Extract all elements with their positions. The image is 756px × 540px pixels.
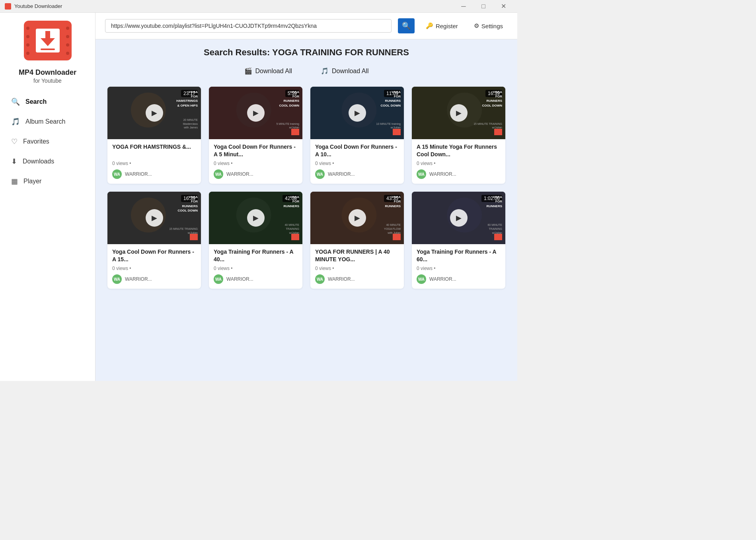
video-card[interactable]: ▶ 16:39 YOGA FOR RUNNERS COOL DOWN 15 MI…: [412, 87, 505, 184]
settings-button[interactable]: ⚙ Settings: [469, 20, 508, 32]
sidebar-item-search[interactable]: 🔍 Search: [0, 92, 95, 112]
sidebar-label-favorites: Favorites: [23, 138, 49, 145]
minimize-button[interactable]: ─: [454, 0, 473, 13]
play-button[interactable]: ▶: [349, 104, 366, 122]
topbar: https://www.youtube.com/playlist?list=PL…: [95, 13, 517, 39]
thumbnail: ▶ 1:02:06 YOGA FOR RUNNERS 60 MINUTE TRA…: [412, 192, 505, 244]
channel-avatar: WA: [214, 169, 223, 179]
sidebar-item-player[interactable]: ▦ Player: [0, 171, 95, 191]
video-card[interactable]: ▶ 43:35 YOGA FOR RUNNERS 40 MINUTE YOGA …: [310, 192, 404, 289]
play-button[interactable]: ▶: [247, 104, 265, 122]
card-channel: WA WARRIOR...: [112, 169, 196, 179]
download-icon: ⬇: [11, 157, 17, 166]
settings-label: Settings: [481, 23, 503, 29]
logo-dot: [26, 27, 29, 30]
logo-dot: [66, 27, 69, 30]
card-info: YOGA FOR HAMSTRINGS &... 0 views • WA WA…: [107, 139, 201, 184]
play-button[interactable]: ▶: [146, 209, 163, 227]
logo-bar: [41, 49, 55, 50]
card-title: Yoga Cool Down For Runners - A 5 Minut..…: [214, 143, 298, 158]
channel-name: WARRIOR...: [328, 171, 355, 177]
card-views: 0 views •: [315, 266, 399, 271]
card-views: 0 views •: [417, 161, 501, 166]
sidebar-label-player: Player: [23, 178, 41, 185]
card-channel: WA WARRIOR...: [417, 274, 501, 284]
videos-grid: ▶ 23:17 YOGA FOR HAMSTRINGS & OPEN HIPS …: [107, 87, 505, 289]
channel-name: WARRIOR...: [429, 171, 456, 177]
channel-avatar: WA: [112, 169, 122, 179]
sidebar-item-downloads[interactable]: ⬇ Downloads: [0, 152, 95, 171]
download-all-audio-button[interactable]: 🎵 Download All: [314, 65, 375, 77]
titlebar-left: Youtube Downloader: [5, 3, 62, 10]
video-card[interactable]: ▶ 5:59 YOGA FOR RUNNERS COOL DOWN 5 MINU…: [209, 87, 302, 184]
channel-avatar: WA: [315, 169, 325, 179]
download-all-bar: 🎬 Download All 🎵 Download All: [107, 65, 505, 77]
video-icon: 🎬: [244, 67, 252, 75]
yoga-text-overlay: YOGA FOR HAMSTRINGS & OPEN HIPS: [176, 90, 198, 108]
titlebar: Youtube Downloader ─ □ ✕: [0, 0, 517, 13]
logo-dots-left: [26, 21, 29, 60]
logo-dot: [26, 35, 29, 38]
thumbnail: ▶ 23:17 YOGA FOR HAMSTRINGS & OPEN HIPS …: [107, 87, 201, 139]
channel-avatar: WA: [112, 274, 122, 284]
logo-dot: [66, 52, 69, 55]
card-title: A 15 Minute Yoga For Runners Cool Down..…: [417, 143, 501, 158]
register-button[interactable]: 🔑 Register: [421, 20, 463, 32]
play-button[interactable]: ▶: [450, 209, 468, 227]
yoga-text-overlay: YOGA FOR RUNNERS: [385, 195, 401, 208]
card-views: 0 views •: [417, 266, 501, 271]
red-box: [291, 234, 299, 240]
yoga-subtext-overlay: 40 MINUTE TRAINING w/Julian: [284, 223, 299, 235]
sidebar-label-downloads: Downloads: [23, 158, 54, 165]
video-card[interactable]: ▶ 23:17 YOGA FOR HAMSTRINGS & OPEN HIPS …: [107, 87, 201, 184]
logo-dot: [66, 35, 69, 38]
download-all-video-button[interactable]: 🎬 Download All: [238, 65, 299, 77]
video-card[interactable]: ▶ 1:02:06 YOGA FOR RUNNERS 60 MINUTE TRA…: [412, 192, 505, 289]
card-title: Yoga Training For Runners - A 60...: [417, 248, 501, 263]
close-button[interactable]: ✕: [494, 0, 512, 13]
video-card[interactable]: ▶ 16:39 YOGA FOR RUNNERS COOL DOWN 15 MI…: [107, 192, 201, 289]
card-channel: WA WARRIOR...: [315, 274, 399, 284]
card-views: 0 views •: [214, 266, 298, 271]
channel-name: WARRIOR...: [328, 276, 355, 282]
yoga-text-overlay: YOGA FOR RUNNERS COOL DOWN: [380, 90, 401, 108]
download-all-audio-label: Download All: [332, 68, 369, 75]
card-title: YOGA FOR HAMSTRINGS &...: [112, 143, 196, 158]
titlebar-controls: ─ □ ✕: [454, 0, 512, 13]
card-info: Yoga Cool Down For Runners - A 10... 0 v…: [310, 139, 404, 184]
sidebar-item-favorites[interactable]: ♡ Favorites: [0, 132, 95, 152]
play-button[interactable]: ▶: [450, 104, 468, 122]
play-button[interactable]: ▶: [349, 209, 366, 227]
red-box: [393, 234, 401, 240]
app-title: Youtube Downloader: [14, 3, 62, 9]
sidebar-app-subtitle: for Youtube: [33, 78, 62, 84]
card-channel: WA WARRIOR...: [214, 169, 298, 179]
sidebar-label-album-search: Album Search: [25, 118, 66, 125]
results-area: Search Results: YOGA TRAINING FOR RUNNER…: [95, 39, 517, 381]
audio-icon: 🎵: [321, 67, 329, 75]
video-card[interactable]: ▶ 11:09 YOGA FOR RUNNERS COOL DOWN 10 MI…: [310, 87, 404, 184]
play-button[interactable]: ▶: [146, 104, 163, 122]
url-input[interactable]: https://www.youtube.com/playlist?list=PL…: [105, 19, 392, 33]
sidebar: MP4 Downloader for Youtube 🔍 Search 🎵 Al…: [0, 13, 95, 381]
channel-name: WARRIOR...: [226, 171, 253, 177]
thumbnail: ▶ 16:39 YOGA FOR RUNNERS COOL DOWN 15 MI…: [412, 87, 505, 139]
channel-name: WARRIOR...: [125, 276, 152, 282]
player-icon: ▦: [11, 177, 18, 186]
thumbnail: ▶ 43:35 YOGA FOR RUNNERS 40 MINUTE YOGA …: [310, 192, 404, 244]
card-title: YOGA FOR RUNNERS | A 40 MINUTE YOG...: [315, 248, 399, 263]
download-all-video-label: Download All: [255, 68, 292, 75]
main-content: https://www.youtube.com/playlist?list=PL…: [95, 13, 517, 381]
search-button[interactable]: 🔍: [398, 18, 415, 33]
card-info: Yoga Cool Down For Runners - A 5 Minut..…: [209, 139, 302, 184]
video-card[interactable]: ▶ 42:08 YOGA FOR RUNNERS 40 MINUTE TRAIN…: [209, 192, 302, 289]
card-info: Yoga Cool Down For Runners - A 15... 0 v…: [107, 244, 201, 289]
play-button[interactable]: ▶: [247, 209, 265, 227]
red-box: [393, 129, 401, 135]
card-views: 0 views •: [112, 266, 196, 271]
maximize-button[interactable]: □: [474, 0, 493, 13]
sidebar-item-album-search[interactable]: 🎵 Album Search: [0, 112, 95, 132]
yoga-subtext-overlay: 40 MINUTE YOGA FLOW with Julian: [384, 223, 401, 235]
channel-avatar: WA: [214, 274, 223, 284]
red-box: [291, 129, 299, 135]
